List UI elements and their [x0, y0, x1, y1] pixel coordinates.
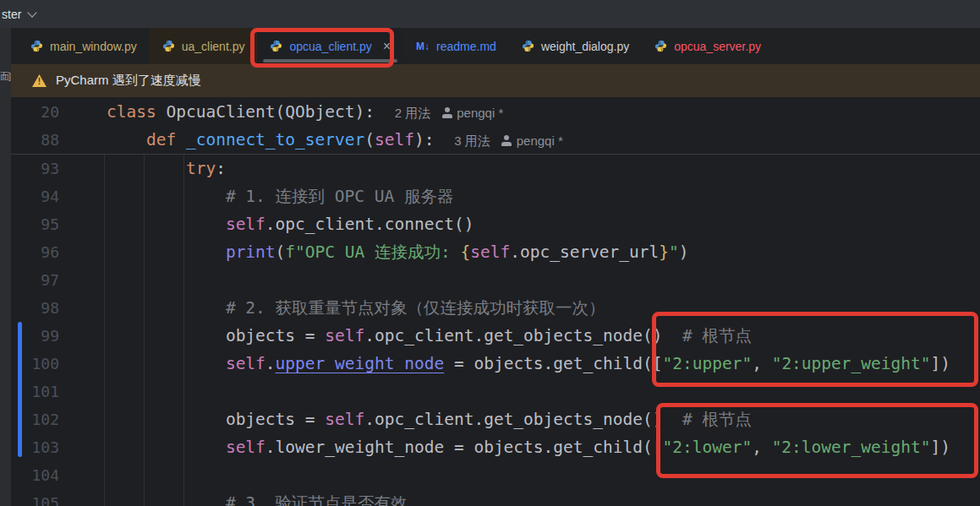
ide-window: ster 面] main_window.pyua_client.pyopcua_… — [0, 0, 980, 506]
code-line[interactable]: 100 self.upper_weight_node = objects.get… — [11, 350, 980, 378]
code-text: # 2. 获取重量节点对象（仅连接成功时获取一次） — [59, 294, 605, 322]
code-text: self.upper_weight_node = objects.get_chi… — [59, 350, 950, 378]
warning-icon — [32, 74, 47, 87]
code-text — [59, 461, 107, 489]
person-icon — [501, 135, 512, 146]
python-icon — [654, 40, 667, 52]
code-line[interactable]: 103 self.lower_weight_node = objects.get… — [11, 433, 980, 461]
sticky-lines-panel: 20class OpcuaClient(QObject): 2 用法pengqi… — [11, 98, 980, 155]
code-text: self.lower_weight_node = objects.get_chi… — [59, 433, 950, 461]
line-number[interactable]: 98 — [11, 294, 59, 322]
tab-close-icon[interactable]: × — [383, 40, 391, 53]
code-text: try: — [59, 155, 226, 182]
code-line[interactable]: 96 print(f"OPC UA 连接成功: {self.opc_server… — [11, 238, 980, 266]
chevron-down-icon — [28, 8, 37, 17]
window-header: ster — [0, 0, 980, 28]
line-number[interactable]: 20 — [11, 98, 59, 126]
code-text: objects = self.opc_client.get_objects_no… — [59, 322, 752, 350]
tab-label: readme.md — [436, 40, 496, 53]
code-line[interactable]: 93 try: — [11, 155, 980, 182]
code-text — [59, 378, 107, 405]
vcs-change-bar[interactable] — [18, 322, 22, 457]
notification-banner: PyCharm 遇到了速度减慢 — [11, 64, 980, 97]
code-editor[interactable]: 20class OpcuaClient(QObject): 2 用法pengqi… — [11, 97, 980, 506]
tab-opcua_server-py[interactable]: opcua_server.py — [642, 28, 774, 64]
person-icon — [441, 107, 452, 118]
code-text: objects = self.opc_client.get_objects_no… — [59, 405, 752, 433]
inlay-hint[interactable]: 2 用法 — [395, 106, 431, 120]
python-icon — [30, 40, 43, 52]
python-icon — [162, 40, 175, 52]
tab-label: ua_client.py — [182, 40, 245, 53]
line-number[interactable]: 97 — [11, 266, 59, 294]
tab-readme-md[interactable]: M↓readme.md — [403, 28, 509, 64]
code-text: print(f"OPC UA 连接成功: {self.opc_server_ur… — [59, 238, 689, 266]
code-line[interactable]: 105 # 3. 验证节点是否有效 — [11, 489, 980, 506]
code-line[interactable]: 99 objects = self.opc_client.get_objects… — [11, 322, 980, 350]
tool-window-button[interactable]: 面] — [0, 70, 14, 83]
tab-ua_client-py[interactable]: ua_client.py — [150, 28, 258, 64]
markdown-icon: M↓ — [416, 41, 430, 52]
code-line[interactable]: 98 # 2. 获取重量节点对象（仅连接成功时获取一次） — [11, 294, 980, 322]
code-line[interactable]: 101 — [11, 378, 980, 405]
sticky-line[interactable]: 88 def _connect_to_server(self): 3 用法pen… — [11, 126, 980, 154]
tab-label: opcua_client.py — [289, 40, 371, 53]
tab-label: opcua_server.py — [674, 40, 761, 53]
python-icon — [270, 40, 282, 52]
tab-opcua_client-py[interactable]: opcua_client.py× — [257, 28, 403, 64]
line-number[interactable]: 104 — [11, 461, 59, 489]
tab-weight_dialog-py[interactable]: weight_dialog.py — [509, 28, 642, 64]
inlay-hint[interactable]: pengqi * — [517, 133, 563, 148]
tab-main_window-py[interactable]: main_window.py — [18, 28, 150, 64]
code-lines: 93 try:94 # 1. 连接到 OPC UA 服务器95 self.opc… — [11, 155, 980, 506]
editor-tab-bar: main_window.pyua_client.pyopcua_client.p… — [11, 28, 980, 64]
code-text: class OpcuaClient(QObject): 2 用法pengqi * — [59, 98, 503, 126]
line-number[interactable]: 95 — [11, 210, 59, 238]
inlay-hint[interactable]: 3 用法 — [454, 133, 490, 148]
inlay-hint[interactable]: pengqi * — [457, 106, 503, 120]
line-number[interactable]: 105 — [11, 489, 59, 506]
code-text: # 3. 验证节点是否有效 — [59, 489, 408, 506]
code-text: # 1. 连接到 OPC UA 服务器 — [59, 182, 454, 210]
branch-selector[interactable]: ster — [0, 8, 36, 21]
sticky-line[interactable]: 20class OpcuaClient(QObject): 2 用法pengqi… — [11, 98, 980, 126]
code-line[interactable]: 94 # 1. 连接到 OPC UA 服务器 — [11, 182, 980, 210]
python-icon — [522, 40, 534, 52]
line-number[interactable]: 93 — [11, 155, 59, 182]
line-number[interactable]: 96 — [11, 238, 59, 266]
code-line[interactable]: 97 — [11, 266, 980, 294]
code-text: def _connect_to_server(self): 3 用法pengqi… — [59, 126, 563, 154]
code-text: self.opc_client.connect() — [59, 210, 474, 238]
tab-label: main_window.py — [50, 40, 137, 53]
code-text — [59, 266, 107, 294]
tab-label: weight_dialog.py — [541, 40, 629, 53]
line-number[interactable]: 94 — [11, 182, 59, 210]
tool-window-strip: 面] — [0, 28, 11, 506]
banner-message: PyCharm 遇到了速度减慢 — [56, 73, 201, 89]
code-line[interactable]: 95 self.opc_client.connect() — [11, 210, 980, 238]
code-line[interactable]: 104 — [11, 461, 980, 489]
code-line[interactable]: 102 objects = self.opc_client.get_object… — [11, 405, 980, 433]
line-number[interactable]: 88 — [11, 126, 59, 154]
branch-label: ster — [2, 8, 21, 21]
